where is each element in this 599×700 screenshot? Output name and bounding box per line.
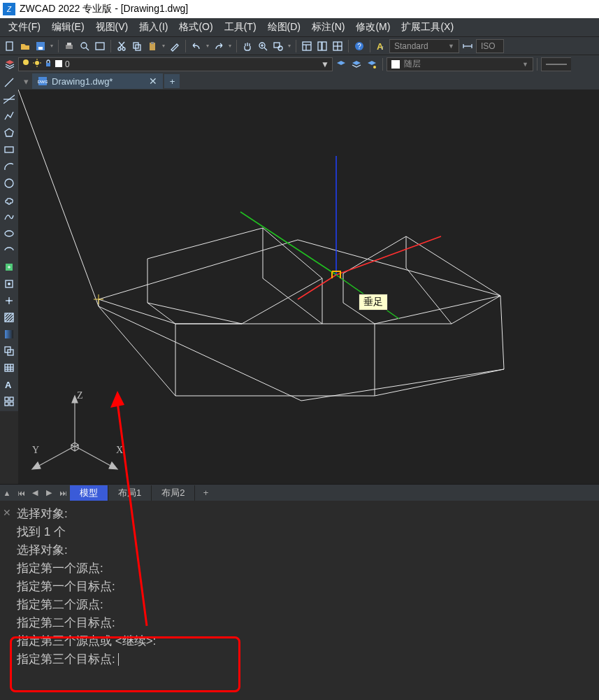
menu-dim[interactable]: 标注(N) bbox=[306, 21, 350, 34]
arc-icon[interactable] bbox=[2, 159, 16, 173]
xline-icon[interactable] bbox=[2, 92, 16, 106]
menu-file[interactable]: 文件(F) bbox=[3, 21, 46, 34]
zoom-realtime-icon[interactable] bbox=[256, 39, 270, 53]
open-icon[interactable] bbox=[18, 39, 32, 53]
text-style-select[interactable]: Standard ▼ bbox=[389, 39, 459, 53]
svg-text:/: / bbox=[382, 45, 384, 51]
circle-icon[interactable] bbox=[2, 176, 16, 190]
design-center-icon[interactable] bbox=[315, 39, 329, 53]
properties-icon[interactable] bbox=[300, 39, 314, 53]
linetype-preview-icon bbox=[546, 62, 567, 66]
insert-block-icon[interactable] bbox=[2, 260, 16, 274]
zoom-window-icon[interactable] bbox=[271, 39, 285, 53]
svg-line-6 bbox=[86, 48, 89, 50]
redo-icon[interactable] bbox=[212, 39, 226, 53]
line-icon[interactable] bbox=[2, 76, 16, 90]
layer-prev-icon[interactable] bbox=[334, 57, 348, 71]
polyline-icon[interactable] bbox=[2, 109, 16, 123]
linetype-select[interactable] bbox=[541, 57, 571, 71]
layer-manager-icon[interactable] bbox=[3, 57, 17, 71]
svg-rect-22 bbox=[303, 42, 311, 50]
plot-icon[interactable] bbox=[93, 39, 107, 53]
tab-model[interactable]: 模型 bbox=[70, 485, 108, 501]
print-icon[interactable] bbox=[62, 39, 76, 53]
add-tab-icon[interactable]: + bbox=[164, 74, 180, 88]
menu-format[interactable]: 格式(O) bbox=[173, 21, 218, 34]
dim-style-icon[interactable] bbox=[461, 39, 475, 53]
menu-insert[interactable]: 插入(I) bbox=[133, 21, 173, 34]
color-select[interactable]: 随层 ▼ bbox=[387, 57, 533, 71]
command-window[interactable]: ✕ 选择对象: 找到 1 个 选择对象: 指定第一个源点: 指定第一个目标点: … bbox=[0, 501, 599, 700]
layer-lock-icon bbox=[44, 59, 52, 69]
document-tabs: ▾ DWG Drawing1.dwg* ✕ + bbox=[18, 73, 599, 90]
new-icon[interactable] bbox=[3, 39, 17, 53]
rectangle-icon[interactable] bbox=[2, 143, 16, 157]
cut-icon[interactable] bbox=[115, 39, 129, 53]
tabs-first-icon[interactable]: ⏮ bbox=[14, 486, 28, 500]
copy-icon[interactable] bbox=[130, 39, 144, 53]
revcloud-icon[interactable] bbox=[2, 193, 16, 207]
file-tab-drawing1[interactable]: DWG Drawing1.dwg* ✕ bbox=[32, 73, 163, 89]
cmd-line: 指定第二个目标点: bbox=[17, 614, 593, 632]
hatch-icon[interactable] bbox=[2, 310, 16, 324]
paste-icon[interactable] bbox=[145, 39, 159, 53]
preview-icon[interactable] bbox=[78, 39, 92, 53]
menu-tools[interactable]: 工具(T) bbox=[219, 21, 262, 34]
mtext-icon[interactable]: A bbox=[2, 378, 16, 392]
menu-draw[interactable]: 绘图(D) bbox=[262, 21, 306, 34]
svg-point-38 bbox=[35, 61, 39, 65]
tabs-chevron-icon[interactable]: ▾ bbox=[21, 76, 31, 86]
menu-modify[interactable]: 修改(M) bbox=[350, 21, 396, 34]
layer-iso-icon[interactable] bbox=[365, 57, 379, 71]
pan-icon[interactable] bbox=[240, 39, 254, 53]
tab-layout2[interactable]: 布局2 bbox=[152, 485, 195, 501]
layer-state-icon[interactable] bbox=[349, 57, 363, 71]
undo-dropdown-icon[interactable] bbox=[205, 43, 210, 49]
tabs-last-icon[interactable]: ⏭ bbox=[56, 486, 70, 500]
table-icon[interactable] bbox=[2, 361, 16, 375]
tabs-prev-icon[interactable]: ◀ bbox=[28, 486, 42, 500]
redo-dropdown-icon[interactable] bbox=[227, 43, 233, 49]
add-layout-icon[interactable]: + bbox=[195, 487, 216, 498]
save-dropdown-icon[interactable] bbox=[49, 43, 55, 49]
layer-select[interactable]: 0 ▼ bbox=[18, 57, 333, 71]
tool-palette-icon[interactable] bbox=[331, 39, 345, 53]
region-icon[interactable] bbox=[2, 344, 16, 358]
match-prop-icon[interactable] bbox=[168, 39, 182, 53]
dim-style-value: ISO bbox=[481, 41, 496, 51]
layer-sun-icon bbox=[33, 59, 41, 69]
help-icon[interactable]: ? bbox=[352, 39, 366, 53]
menu-edit[interactable]: 编辑(E) bbox=[46, 21, 90, 34]
svg-point-37 bbox=[23, 59, 29, 65]
svg-text:DWG: DWG bbox=[38, 80, 48, 84]
add-selected-icon[interactable] bbox=[2, 394, 16, 408]
make-block-icon[interactable] bbox=[2, 277, 16, 291]
paste-dropdown-icon[interactable] bbox=[161, 43, 166, 49]
undo-icon[interactable] bbox=[189, 39, 203, 53]
tabs-up-icon[interactable]: ▲ bbox=[0, 486, 14, 500]
toolbar-layers: 0 ▼ 随层 ▼ bbox=[0, 55, 599, 73]
menu-express[interactable]: 扩展工具(X) bbox=[396, 21, 459, 34]
text-style-icon[interactable]: A/ bbox=[374, 39, 388, 53]
ucs-y-label: Y bbox=[32, 445, 39, 456]
spline-icon[interactable] bbox=[2, 210, 16, 224]
tab-layout1[interactable]: 布局1 bbox=[108, 485, 152, 501]
zoom-dropdown-icon[interactable] bbox=[287, 43, 292, 49]
svg-rect-44 bbox=[55, 60, 62, 67]
ellipse-icon[interactable] bbox=[2, 227, 16, 241]
osnap-tooltip: 垂足 bbox=[359, 294, 388, 310]
gradient-icon[interactable] bbox=[2, 327, 16, 341]
close-tab-icon[interactable]: ✕ bbox=[149, 76, 157, 87]
tabs-next-icon[interactable]: ▶ bbox=[42, 486, 56, 500]
save-icon[interactable] bbox=[34, 39, 48, 53]
svg-point-53 bbox=[5, 179, 13, 187]
cmd-close-icon[interactable]: ✕ bbox=[3, 503, 11, 522]
ellipse-arc-icon[interactable] bbox=[2, 243, 16, 257]
point-icon[interactable] bbox=[2, 294, 16, 308]
cmd-line: 指定第三个源点或 <继续>: bbox=[17, 632, 593, 650]
cmd-prompt[interactable]: 指定第三个目标点: bbox=[17, 650, 593, 669]
menu-view[interactable]: 视图(V) bbox=[90, 21, 134, 34]
dim-style-select[interactable]: ISO bbox=[476, 39, 504, 53]
polygon-icon[interactable] bbox=[2, 126, 16, 140]
drawing-area[interactable]: Z Y X 垂足 bbox=[18, 90, 599, 484]
